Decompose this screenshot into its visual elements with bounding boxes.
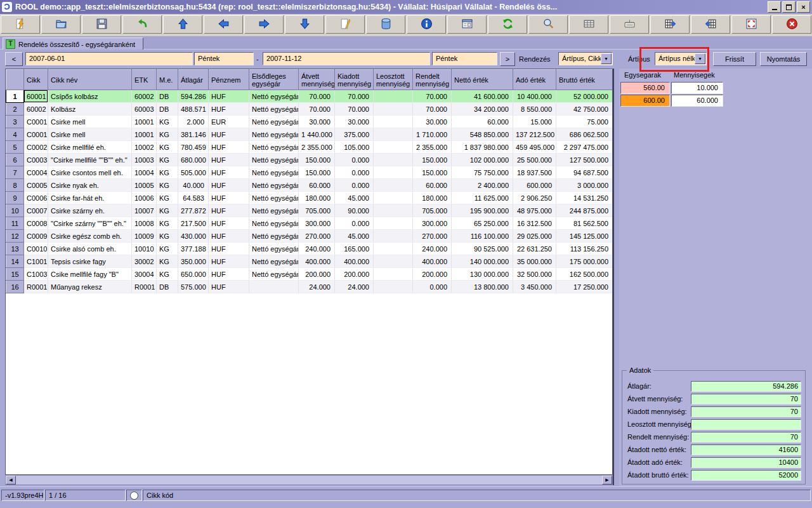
price-type-dropdown[interactable]: Ártípus nélkül ▼ [655, 52, 707, 65]
panel-splitter[interactable] [613, 69, 619, 485]
grid-cell[interactable]: 140 000.000 [452, 255, 513, 268]
grid-cell[interactable] [374, 268, 413, 281]
grid-cell[interactable]: KG [157, 230, 178, 243]
grid-cell[interactable]: 10004 [132, 166, 157, 179]
grid-cell[interactable]: HUF [209, 243, 249, 255]
grid-cell[interactable]: 60.000 [299, 179, 335, 192]
grid-cell[interactable]: C0008 [24, 217, 48, 230]
grid-cell[interactable]: 30.000 [335, 116, 374, 128]
row-number[interactable]: 12 [6, 230, 24, 243]
column-header[interactable]: Rendelt mennyiség [413, 70, 452, 90]
column-header[interactable]: Adó érték [513, 70, 556, 90]
grid-cell[interactable]: Csirke far-hát eh. [48, 192, 132, 204]
grid-cell[interactable]: 375.000 [335, 128, 374, 141]
grid-cell[interactable]: 10008 [132, 217, 157, 230]
grid-cell[interactable]: Tepsis csirke fagy [48, 255, 132, 268]
grid-cell[interactable]: 42 750.000 [556, 103, 613, 116]
grid-cell[interactable]: HUF [209, 255, 249, 268]
grid-cell[interactable]: C0002 [24, 141, 48, 154]
grid-cell[interactable] [374, 217, 413, 230]
toolbar-button-first-record[interactable] [163, 15, 202, 34]
grid-cell[interactable]: 180.000 [299, 192, 335, 204]
grid-cell[interactable]: 277.872 [178, 204, 209, 217]
grid-cell[interactable]: 60002 [132, 90, 157, 103]
grid-cell[interactable]: 459 495.000 [513, 141, 556, 154]
grid-cell[interactable]: 2 355.000 [299, 141, 335, 154]
grid-cell[interactable]: 200.000 [413, 268, 452, 281]
row-number[interactable]: 13 [6, 243, 24, 255]
grid-cell[interactable]: 10 400.000 [513, 90, 556, 103]
grid-cell[interactable]: HUF [209, 281, 249, 293]
grid-cell[interactable]: 0.000 [335, 179, 374, 192]
table-row[interactable]: 12C0009Csirke egész comb eh.10009KG430.0… [6, 230, 613, 243]
tab-order-summary[interactable]: T Rendelés összesítő - egységáranként [3, 37, 143, 50]
row-number[interactable]: 9 [6, 192, 24, 204]
grid-cell[interactable]: 300.000 [413, 217, 452, 230]
grid-cell[interactable]: Nettó egységár [249, 230, 299, 243]
grid-cell[interactable]: 300.000 [299, 217, 335, 230]
grid-cell[interactable] [374, 230, 413, 243]
row-number[interactable]: 10 [6, 204, 24, 217]
date-from-input[interactable]: 2007-06-01 [25, 52, 193, 65]
grid-cell[interactable]: 90.000 [335, 204, 374, 217]
toolbar-button-refresh[interactable] [488, 15, 527, 34]
grid-cell[interactable]: "Csirke mellfilé ""B"" eh." [48, 154, 132, 166]
row-number[interactable]: 15 [6, 268, 24, 281]
grid-cell[interactable]: 130 000.000 [452, 268, 513, 281]
grid-cell[interactable]: 430.000 [178, 230, 209, 243]
grid-cell[interactable]: 3 000.000 [556, 179, 613, 192]
grid-cell[interactable]: 127 500.000 [556, 154, 613, 166]
grid-cell[interactable]: 270.000 [299, 230, 335, 243]
table-row[interactable]: 13C0010Csirke alsó comb eh.10010KG377.18… [6, 243, 613, 255]
column-header[interactable]: Bruttó érték [556, 70, 613, 90]
grid-cell[interactable]: 32 500.000 [513, 268, 556, 281]
toolbar-button-open-folder[interactable] [41, 15, 81, 34]
grid-cell[interactable]: 113 156.250 [556, 243, 613, 255]
grid-cell[interactable]: Csirke mell [48, 116, 132, 128]
grid-cell[interactable]: 244 875.000 [556, 204, 613, 217]
column-header[interactable]: Nettó érték [452, 70, 513, 90]
column-header[interactable]: Átvett mennyiség [299, 70, 335, 90]
grid-cell[interactable]: HUF [209, 128, 249, 141]
grid-cell[interactable]: C0001 [24, 116, 48, 128]
grid-cell[interactable]: HUF [209, 154, 249, 166]
table-row[interactable]: 3C0001Csirke mell10001KG2.000EURNettó eg… [6, 116, 613, 128]
grid-cell[interactable]: KG [157, 141, 178, 154]
grid-cell[interactable]: 217.500 [178, 217, 209, 230]
grid-cell[interactable]: 195 900.000 [452, 204, 513, 217]
horizontal-scrollbar[interactable]: ◀ ▶ [5, 475, 613, 485]
grid-cell[interactable] [374, 243, 413, 255]
chevron-down-icon[interactable]: ▼ [601, 53, 612, 64]
grid-cell[interactable]: 200.000 [299, 268, 335, 281]
grid-cell[interactable]: C1003 [24, 268, 48, 281]
table-row[interactable]: 15C1003Csike mellfilé fagy "B"30004KG650… [6, 268, 613, 281]
table-row[interactable]: 6C0003"Csirke mellfilé ""B"" eh."10003KG… [6, 154, 613, 166]
grid-cell[interactable]: Nettó egységár [249, 128, 299, 141]
grid-cell[interactable]: 10007 [132, 204, 157, 217]
search-mode-toggle[interactable] [126, 490, 142, 501]
grid-cell[interactable]: 240.000 [299, 243, 335, 255]
grid-cell[interactable]: KG [157, 179, 178, 192]
grid-cell[interactable]: Nettó egységár [249, 255, 299, 268]
grid-cell[interactable]: 64.583 [178, 192, 209, 204]
grid-cell[interactable]: 150.000 [413, 166, 452, 179]
grid-cell[interactable]: 240.000 [413, 243, 452, 255]
grid-cell[interactable]: C0005 [24, 179, 48, 192]
unit-price-cell[interactable]: 600.00 [620, 95, 670, 107]
row-number[interactable]: 2 [6, 103, 24, 116]
grid-cell[interactable]: 10003 [132, 154, 157, 166]
grid-cell[interactable]: 270.000 [413, 230, 452, 243]
grid-cell[interactable]: 400.000 [413, 255, 452, 268]
grid-cell[interactable]: KG [157, 192, 178, 204]
grid-cell[interactable]: 17 250.000 [556, 281, 613, 293]
grid-cell[interactable] [374, 166, 413, 179]
grid-cell[interactable]: DB [157, 281, 178, 293]
column-header[interactable]: Leosztott mennyiség [374, 70, 413, 90]
grid-cell[interactable]: 10010 [132, 243, 157, 255]
grid-cell[interactable]: 45.000 [335, 230, 374, 243]
grid-cell[interactable]: 0.000 [413, 281, 452, 293]
toolbar-button-previous-record[interactable] [204, 15, 243, 34]
grid-cell[interactable]: Csirke nyak eh. [48, 179, 132, 192]
column-header[interactable]: M.e. [157, 70, 178, 90]
row-number[interactable]: 3 [6, 116, 24, 128]
